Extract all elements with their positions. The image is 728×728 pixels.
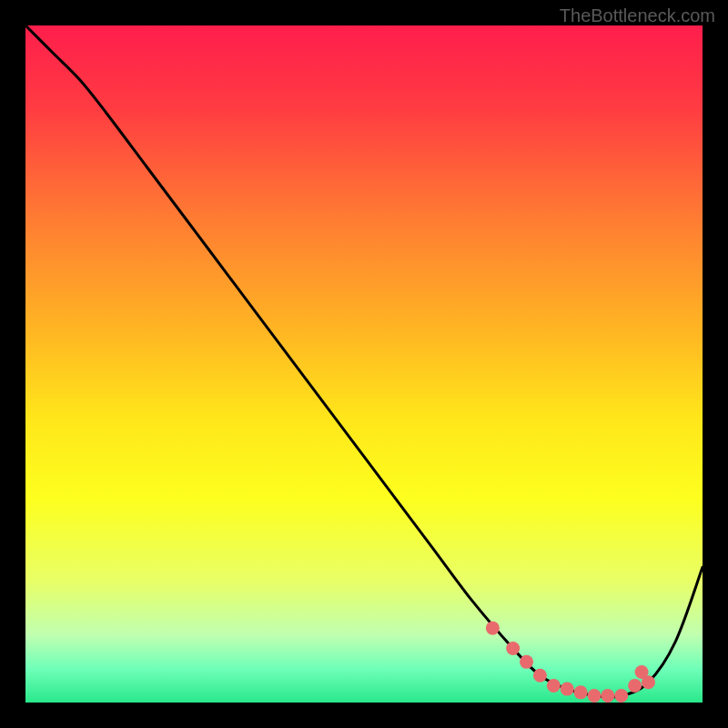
highlight-marker [587,689,601,703]
highlight-markers [25,25,703,703]
highlight-marker [520,655,533,669]
highlight-marker [601,689,614,703]
highlight-marker [614,689,628,703]
highlight-marker [506,642,520,655]
highlight-marker [547,679,561,693]
watermark-text: TheBottleneck.com [560,5,715,26]
highlight-marker [561,682,574,696]
highlight-marker [533,669,547,682]
chart-plot-area [25,25,703,703]
highlight-marker [628,679,642,693]
highlight-marker [486,622,500,635]
highlight-marker [642,675,655,689]
highlight-marker [574,685,588,699]
